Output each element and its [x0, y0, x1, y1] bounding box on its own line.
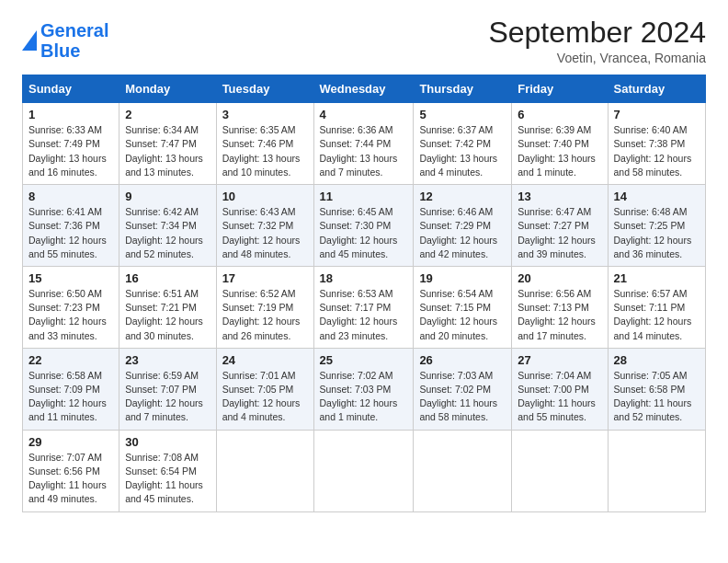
day-number: 8 [28, 190, 113, 203]
day-number: 14 [614, 190, 700, 203]
header: General Blue September 2024 Voetin, Vran… [22, 17, 706, 65]
day-info: Sunrise: 6:37 AMSunset: 7:42 PMDaylight:… [419, 123, 506, 179]
calendar-cell: 30Sunrise: 7:08 AMSunset: 6:54 PMDayligh… [119, 430, 216, 511]
col-header-sunday: Sunday [23, 75, 119, 103]
calendar-cell: 4Sunrise: 6:36 AMSunset: 7:44 PMDaylight… [313, 103, 414, 185]
day-info: Sunrise: 6:42 AMSunset: 7:34 PMDaylight:… [125, 205, 210, 261]
calendar-cell: 11Sunrise: 6:45 AMSunset: 7:30 PMDayligh… [313, 185, 414, 267]
day-number: 25 [320, 353, 408, 367]
calendar-cell: 6Sunrise: 6:39 AMSunset: 7:40 PMDaylight… [512, 103, 608, 185]
day-info: Sunrise: 6:58 AMSunset: 7:09 PMDaylight:… [28, 369, 113, 425]
day-info: Sunrise: 6:51 AMSunset: 7:21 PMDaylight:… [125, 287, 210, 343]
day-info: Sunrise: 6:41 AMSunset: 7:36 PMDaylight:… [28, 205, 113, 261]
day-info: Sunrise: 6:33 AMSunset: 7:49 PMDaylight:… [28, 123, 113, 179]
day-info: Sunrise: 6:34 AMSunset: 7:47 PMDaylight:… [125, 123, 210, 179]
calendar-cell: 22Sunrise: 6:58 AMSunset: 7:09 PMDayligh… [23, 348, 119, 430]
day-info: Sunrise: 6:35 AMSunset: 7:46 PMDaylight:… [222, 123, 308, 179]
calendar-cell [608, 430, 706, 511]
calendar-cell: 23Sunrise: 6:59 AMSunset: 7:07 PMDayligh… [119, 348, 216, 430]
day-number: 22 [28, 353, 113, 367]
day-info: Sunrise: 6:52 AMSunset: 7:19 PMDaylight:… [222, 287, 308, 343]
calendar-cell: 12Sunrise: 6:46 AMSunset: 7:29 PMDayligh… [414, 185, 512, 267]
day-number: 13 [518, 190, 601, 203]
day-number: 16 [125, 271, 210, 285]
day-number: 27 [518, 353, 601, 367]
calendar-cell: 21Sunrise: 6:57 AMSunset: 7:11 PMDayligh… [608, 266, 706, 348]
calendar-cell: 10Sunrise: 6:43 AMSunset: 7:32 PMDayligh… [216, 185, 313, 267]
calendar-cell: 24Sunrise: 7:01 AMSunset: 7:05 PMDayligh… [216, 348, 313, 430]
logo-text-blue: Blue [40, 40, 108, 61]
calendar-cell: 5Sunrise: 6:37 AMSunset: 7:42 PMDaylight… [414, 103, 512, 185]
calendar-cell [313, 430, 414, 511]
day-number: 26 [419, 353, 506, 367]
calendar-cell: 18Sunrise: 6:53 AMSunset: 7:17 PMDayligh… [313, 266, 414, 348]
day-number: 28 [614, 353, 700, 367]
day-number: 11 [320, 190, 408, 203]
day-number: 5 [419, 108, 506, 121]
day-number: 30 [125, 435, 210, 449]
day-info: Sunrise: 6:50 AMSunset: 7:23 PMDaylight:… [28, 287, 113, 343]
day-number: 29 [28, 435, 113, 449]
calendar-cell: 16Sunrise: 6:51 AMSunset: 7:21 PMDayligh… [119, 266, 216, 348]
day-info: Sunrise: 6:53 AMSunset: 7:17 PMDaylight:… [320, 287, 408, 343]
day-info: Sunrise: 6:46 AMSunset: 7:29 PMDaylight:… [419, 205, 506, 261]
calendar-cell [414, 430, 512, 511]
calendar-cell: 13Sunrise: 6:47 AMSunset: 7:27 PMDayligh… [512, 185, 608, 267]
day-info: Sunrise: 6:43 AMSunset: 7:32 PMDaylight:… [222, 205, 308, 261]
calendar-cell: 27Sunrise: 7:04 AMSunset: 7:00 PMDayligh… [512, 348, 608, 430]
calendar-cell: 20Sunrise: 6:56 AMSunset: 7:13 PMDayligh… [512, 266, 608, 348]
logo-text-general: General [40, 20, 108, 40]
day-number: 2 [125, 108, 210, 121]
day-info: Sunrise: 6:54 AMSunset: 7:15 PMDaylight:… [419, 287, 506, 343]
calendar-cell: 29Sunrise: 7:07 AMSunset: 6:56 PMDayligh… [23, 430, 119, 511]
day-number: 23 [125, 353, 210, 367]
calendar-cell: 28Sunrise: 7:05 AMSunset: 6:58 PMDayligh… [608, 348, 706, 430]
col-header-thursday: Thursday [414, 75, 512, 103]
title-block: September 2024 Voetin, Vrancea, Romania [488, 17, 706, 65]
day-number: 10 [222, 190, 308, 203]
day-number: 7 [614, 108, 700, 121]
col-header-saturday: Saturday [608, 75, 706, 103]
calendar-cell: 14Sunrise: 6:48 AMSunset: 7:25 PMDayligh… [608, 185, 706, 267]
col-header-tuesday: Tuesday [216, 75, 313, 103]
day-info: Sunrise: 6:47 AMSunset: 7:27 PMDaylight:… [518, 205, 601, 261]
day-number: 6 [518, 108, 601, 121]
day-info: Sunrise: 7:04 AMSunset: 7:00 PMDaylight:… [518, 369, 601, 425]
day-info: Sunrise: 6:48 AMSunset: 7:25 PMDaylight:… [614, 205, 700, 261]
day-info: Sunrise: 6:59 AMSunset: 7:07 PMDaylight:… [125, 369, 210, 425]
day-info: Sunrise: 7:01 AMSunset: 7:05 PMDaylight:… [222, 369, 308, 425]
day-info: Sunrise: 7:03 AMSunset: 7:02 PMDaylight:… [419, 369, 506, 425]
location: Voetin, Vrancea, Romania [488, 51, 706, 65]
day-info: Sunrise: 7:02 AMSunset: 7:03 PMDaylight:… [320, 369, 408, 425]
day-number: 24 [222, 353, 308, 367]
calendar-cell: 25Sunrise: 7:02 AMSunset: 7:03 PMDayligh… [313, 348, 414, 430]
day-number: 19 [419, 271, 506, 285]
day-info: Sunrise: 6:45 AMSunset: 7:30 PMDaylight:… [320, 205, 408, 261]
col-header-monday: Monday [119, 75, 216, 103]
calendar-table: SundayMondayTuesdayWednesdayThursdayFrid… [22, 75, 706, 511]
calendar-cell: 7Sunrise: 6:40 AMSunset: 7:38 PMDaylight… [608, 103, 706, 185]
day-info: Sunrise: 6:36 AMSunset: 7:44 PMDaylight:… [320, 123, 408, 179]
day-number: 15 [28, 271, 113, 285]
calendar-cell: 2Sunrise: 6:34 AMSunset: 7:47 PMDaylight… [119, 103, 216, 185]
calendar-cell [512, 430, 608, 511]
day-number: 20 [518, 271, 601, 285]
col-header-wednesday: Wednesday [313, 75, 414, 103]
calendar-cell: 15Sunrise: 6:50 AMSunset: 7:23 PMDayligh… [23, 266, 119, 348]
day-number: 4 [320, 108, 408, 121]
calendar-cell [216, 430, 313, 511]
calendar-cell: 19Sunrise: 6:54 AMSunset: 7:15 PMDayligh… [414, 266, 512, 348]
day-info: Sunrise: 7:08 AMSunset: 6:54 PMDaylight:… [125, 451, 210, 507]
calendar-cell: 17Sunrise: 6:52 AMSunset: 7:19 PMDayligh… [216, 266, 313, 348]
day-info: Sunrise: 7:07 AMSunset: 6:56 PMDaylight:… [28, 451, 113, 507]
day-info: Sunrise: 6:39 AMSunset: 7:40 PMDaylight:… [518, 123, 601, 179]
day-number: 18 [320, 271, 408, 285]
calendar-cell: 1Sunrise: 6:33 AMSunset: 7:49 PMDaylight… [23, 103, 119, 185]
calendar-cell: 26Sunrise: 7:03 AMSunset: 7:02 PMDayligh… [414, 348, 512, 430]
day-info: Sunrise: 6:56 AMSunset: 7:13 PMDaylight:… [518, 287, 601, 343]
month-title: September 2024 [488, 17, 706, 49]
day-info: Sunrise: 6:40 AMSunset: 7:38 PMDaylight:… [614, 123, 700, 179]
day-number: 12 [419, 190, 506, 203]
day-number: 1 [28, 108, 113, 121]
page: General Blue September 2024 Voetin, Vran… [0, 0, 728, 563]
